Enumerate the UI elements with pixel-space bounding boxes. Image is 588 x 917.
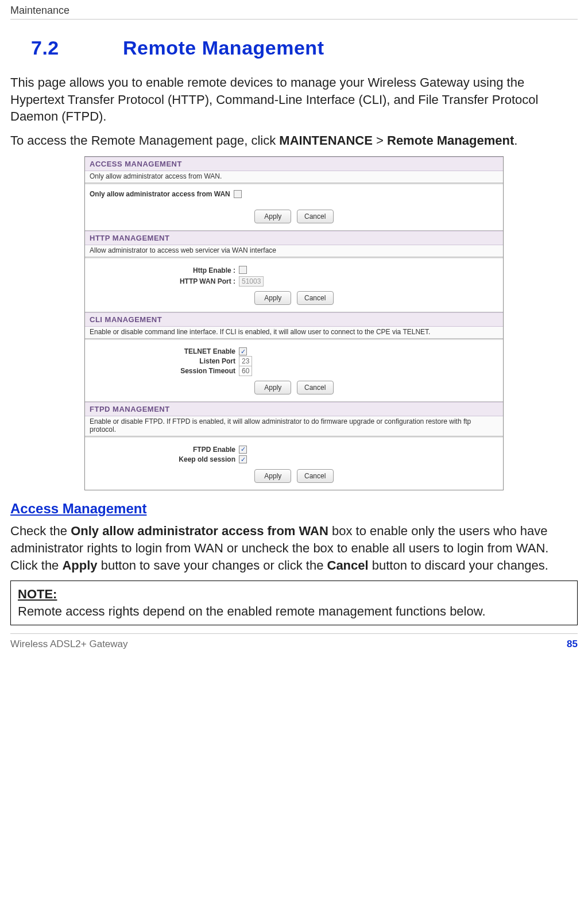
telnet-enable-checkbox[interactable]: ✓ <box>239 347 247 355</box>
footer-product: Wireless ADSL2+ Gateway <box>10 639 128 650</box>
intro-paragraph-2: To access the Remote Management page, cl… <box>10 132 578 149</box>
panel-desc-cli: Enable or disable command line interface… <box>85 327 503 339</box>
panel-heading-http: HTTP MANAGEMENT <box>85 231 503 245</box>
panel-heading-access: ACCESS MANAGEMENT <box>85 157 503 171</box>
listen-port-label: Listen Port <box>90 357 239 365</box>
cancel-button[interactable]: Cancel <box>297 469 334 483</box>
panel-http-management: HTTP MANAGEMENT Allow administrator to a… <box>85 231 503 312</box>
panel-access-management: ACCESS MANAGEMENT Only allow administrat… <box>85 157 503 231</box>
header-rule <box>10 19 578 20</box>
session-timeout-label: Session Timeout <box>90 367 239 375</box>
panel-cli-management: CLI MANAGEMENT Enable or disable command… <box>85 312 503 403</box>
panel-desc-access: Only allow administrator access from WAN… <box>85 171 503 183</box>
panel-desc-ftpd: Enable or disable FTPD. If FTPD is enabl… <box>85 416 503 436</box>
http-enable-label: Http Enable : <box>90 266 239 274</box>
wan-admin-checkbox[interactable] <box>234 190 242 198</box>
chapter-title: Maintenance <box>10 5 578 17</box>
nav-remote-management: Remote Management <box>387 133 514 148</box>
footer-page-number: 85 <box>567 639 578 650</box>
panel-desc-http: Allow administrator to access web servic… <box>85 245 503 257</box>
keep-session-label: Keep old session <box>90 455 239 463</box>
note-label: NOTE: <box>18 587 570 602</box>
http-port-label: HTTP WAN Port : <box>90 277 239 285</box>
apply-button[interactable]: Apply <box>254 210 291 223</box>
router-screenshot: ACCESS MANAGEMENT Only allow administrat… <box>84 156 504 491</box>
keep-session-checkbox[interactable]: ✓ <box>239 455 247 463</box>
session-timeout-input[interactable]: 60 <box>239 366 252 376</box>
http-enable-checkbox[interactable] <box>239 266 247 274</box>
cancel-button[interactable]: Cancel <box>297 291 334 305</box>
access-management-heading: Access Management <box>10 501 578 517</box>
cancel-button[interactable]: Cancel <box>297 381 334 394</box>
listen-port-input[interactable]: 23 <box>239 356 252 366</box>
cancel-button[interactable]: Cancel <box>297 210 334 223</box>
telnet-enable-label: TELNET Enable <box>90 347 239 355</box>
http-port-input[interactable]: 51003 <box>239 276 264 287</box>
apply-button[interactable]: Apply <box>254 381 291 394</box>
apply-button[interactable]: Apply <box>254 469 291 483</box>
page-footer: Wireless ADSL2+ Gateway 85 <box>10 633 578 658</box>
section-number: 7.2 <box>31 37 123 59</box>
panel-heading-ftpd: FTPD MANAGEMENT <box>85 402 503 416</box>
note-box: NOTE: Remote access rights depend on the… <box>10 581 578 625</box>
panel-ftpd-management: FTPD MANAGEMENT Enable or disable FTPD. … <box>85 402 503 490</box>
section-heading: 7.2Remote Management <box>31 37 578 59</box>
section-title: Remote Management <box>123 37 324 59</box>
wan-admin-row: Only allow administrator access from WAN <box>85 183 503 204</box>
nav-maintenance: MAINTENANCE <box>279 133 373 148</box>
panel-heading-cli: CLI MANAGEMENT <box>85 312 503 327</box>
intro-paragraph-1: This page allows you to enable remote de… <box>10 74 578 125</box>
access-management-paragraph: Check the Only allow administrator acces… <box>10 523 578 574</box>
wan-admin-label: Only allow administrator access from WAN <box>90 190 230 198</box>
ftpd-enable-label: FTPD Enable <box>90 446 239 454</box>
note-text: Remote access rights depend on the enabl… <box>18 604 570 619</box>
ftpd-enable-checkbox[interactable]: ✓ <box>239 446 247 454</box>
apply-button[interactable]: Apply <box>254 291 291 305</box>
chapter-header: Maintenance <box>10 0 578 20</box>
